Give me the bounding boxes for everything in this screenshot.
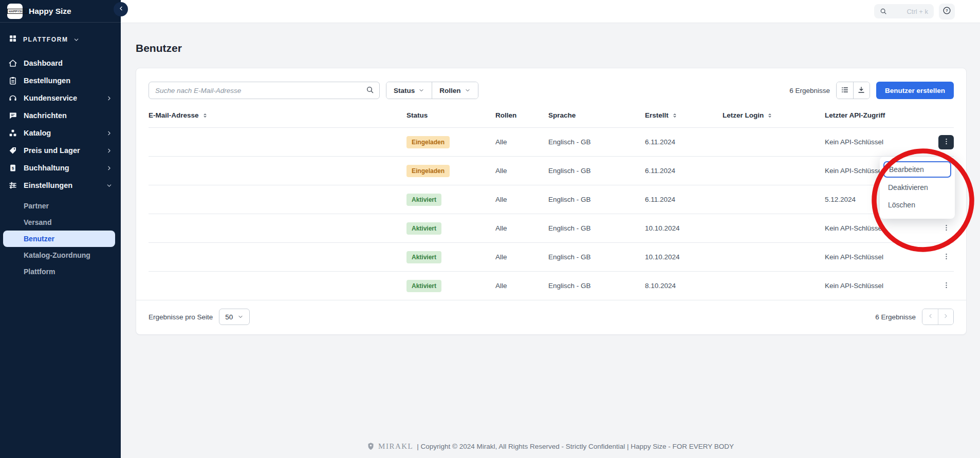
cell-rollen: Alle (495, 196, 548, 203)
table-body: Eingeladen Alle Englisch - GB 6.11.2024 … (149, 127, 954, 300)
cell-sprache: Englisch - GB (548, 282, 645, 290)
pagination-right: 6 Ergebnisse (875, 309, 954, 325)
search-shortcut: Ctrl + k (907, 8, 928, 15)
sidebar-submenu: Partner Versand Benutzer Katalog-Zuordnu… (0, 198, 121, 280)
row-context-menu: Bearbeiten Deaktivieren Löschen (880, 157, 955, 219)
catalog-icon (8, 128, 17, 138)
column-header[interactable]: E-Mail-Adresse (149, 111, 406, 119)
sidebar-item-benutzer[interactable]: Benutzer (3, 231, 115, 247)
sidebar-item-plattform[interactable]: Plattform (0, 263, 121, 280)
platform-switcher[interactable]: PLATTFORM (0, 23, 121, 53)
kebab-icon (942, 281, 950, 291)
chevron-right-icon (942, 313, 949, 321)
sort-icon (202, 112, 208, 119)
column-header[interactable]: Letzter API-Zugriff (825, 111, 925, 119)
column-header[interactable]: Erstellt (645, 111, 723, 119)
global-search-button[interactable]: Ctrl + k (874, 4, 934, 18)
status-badge: Aktiviert (406, 251, 441, 263)
search-icon (366, 86, 374, 96)
chevron-down-icon (465, 87, 471, 93)
sidebar-item-buchhaltung[interactable]: $ Buchhaltung (0, 159, 121, 177)
row-kebab-menu-button[interactable] (938, 279, 954, 293)
sidebar-item-katalog[interactable]: Katalog (0, 124, 121, 142)
cell-rollen: Alle (495, 138, 548, 146)
filter-status-button[interactable]: Status (386, 82, 432, 99)
per-page-select[interactable]: 50 (219, 309, 250, 325)
grid-icon (8, 34, 17, 45)
next-page-button[interactable] (938, 309, 953, 325)
sidebar-item-dashboard[interactable]: Dashboard (0, 54, 121, 72)
cell-actions (925, 279, 954, 293)
orders-icon (8, 76, 17, 85)
sidebar-header: HAPPYSIZE Happy Size (0, 0, 121, 23)
mirakl-wordmark: MIRAKL (378, 442, 413, 451)
row-kebab-menu-button[interactable] (938, 135, 954, 149)
download-icon (857, 86, 865, 96)
column-header[interactable]: Sprache (548, 111, 645, 119)
sliders-icon (8, 181, 17, 190)
home-icon (8, 59, 17, 68)
download-view-button[interactable] (853, 82, 870, 99)
sidebar-collapse-button[interactable] (114, 2, 128, 16)
sidebar-item-nachrichten[interactable]: Nachrichten (0, 107, 121, 124)
table-row: Eingeladen Alle Englisch - GB 6.11.2024 … (149, 127, 954, 156)
chevron-down-icon (237, 314, 244, 320)
sort-icon (672, 112, 678, 119)
chevron-right-icon (106, 147, 113, 154)
row-kebab-menu-button[interactable] (938, 250, 954, 264)
sidebar-item-kundenservice[interactable]: Kundenservice (0, 89, 121, 107)
sidebar-item-versand[interactable]: Versand (0, 214, 121, 231)
cell-status: Aktiviert (406, 280, 495, 292)
help-button[interactable]: ? (939, 4, 955, 20)
context-menu-item-deaktivieren[interactable]: Deaktivieren (880, 179, 955, 196)
sidebar-item-katalog-zuordnung[interactable]: Katalog-Zuordnung (0, 247, 121, 263)
cell-rollen: Alle (495, 282, 548, 290)
chevron-right-icon (106, 95, 113, 102)
cell-actions (925, 135, 954, 149)
kebab-icon (942, 253, 950, 262)
row-kebab-menu-button[interactable] (938, 221, 954, 236)
table-header-row: E-Mail-Adresse Status Rollen Sprache Ers… (149, 99, 954, 127)
invoice-icon: $ (8, 163, 17, 173)
context-menu-item-bearbeiten[interactable]: Bearbeiten (883, 161, 951, 178)
previous-page-button[interactable] (922, 309, 938, 325)
chevron-down-icon (106, 182, 113, 189)
sidebar-item-einstellungen[interactable]: Einstellungen (0, 177, 121, 194)
pager (922, 309, 954, 325)
chevron-left-icon (927, 313, 934, 321)
sort-icon (767, 112, 773, 119)
context-menu-item-löschen[interactable]: Löschen (880, 196, 955, 214)
sidebar-item-preis-und-lager[interactable]: Preis und Lager (0, 142, 121, 159)
sidebar-item-partner[interactable]: Partner (0, 198, 121, 214)
cell-status: Aktiviert (406, 222, 495, 235)
cell-rollen: Alle (495, 224, 548, 232)
column-header[interactable]: Rollen (495, 111, 548, 119)
sidebar-item-bestellungen[interactable]: Bestellungen (0, 72, 121, 89)
pagination-results-count: 6 Ergebnisse (875, 313, 916, 321)
cell-sprache: Englisch - GB (548, 224, 645, 232)
happy-size-logo: HAPPYSIZE (7, 4, 23, 19)
create-user-button[interactable]: Benutzer erstellen (876, 82, 954, 99)
chevron-right-icon (106, 130, 113, 137)
view-button-group (836, 82, 870, 99)
list-view-button[interactable] (837, 82, 853, 99)
column-header[interactable]: Status (406, 111, 495, 119)
topbar: Ctrl + k ? (121, 0, 980, 23)
status-badge: Aktiviert (406, 280, 441, 292)
chevron-left-icon (118, 5, 124, 13)
cell-rollen: Alle (495, 253, 548, 261)
results-count: 6 Ergebnisse (789, 87, 830, 94)
page-footer: MIRAKL | Copyright © 2024 Mirakl, All Ri… (121, 442, 980, 451)
cell-sprache: Englisch - GB (548, 138, 645, 146)
headset-icon (8, 93, 17, 103)
cell-rollen: Alle (495, 167, 548, 175)
chevron-down-icon (418, 87, 424, 93)
filter-rollen-button[interactable]: Rollen (432, 82, 477, 99)
table-row: Aktiviert Alle Englisch - GB 6.11.2024 5… (149, 185, 954, 214)
cell-actions (925, 221, 954, 236)
email-search-input[interactable] (149, 82, 380, 99)
list-icon (841, 86, 849, 96)
column-header[interactable]: Letzer Login (723, 111, 825, 119)
cell-erstellt: 10.10.2024 (645, 253, 723, 261)
cell-status: Eingeladen (406, 165, 495, 177)
